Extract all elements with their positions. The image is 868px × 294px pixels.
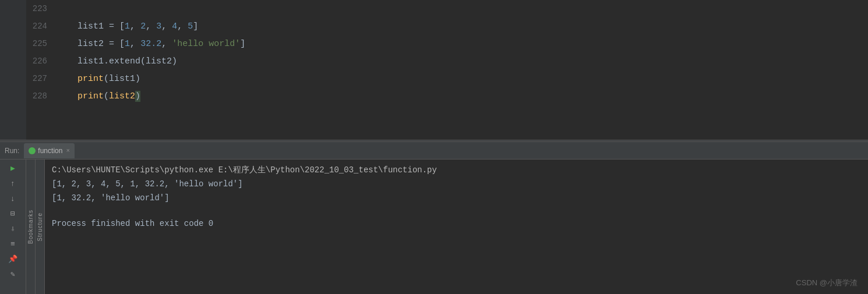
- line-number-227: 227: [26, 70, 57, 87]
- code-line-224: 224 list1 = [1, 2, 3, 4, 5]: [26, 17, 868, 35]
- output-result-line1: [1, 2, 3, 4, 5, 1, 32.2, 'hello world']: [52, 177, 861, 191]
- line-number-223: 223: [26, 0, 57, 17]
- run-tab-label: function: [38, 147, 62, 155]
- run-panel: Run: function × ▶ ↑ ↓ ⊟ ⇩ ≡ 📌 ✎ Bookmark…: [0, 142, 868, 294]
- watermark: CSDN @小唐学渣: [796, 278, 858, 288]
- stop-button[interactable]: ⊟: [6, 207, 19, 220]
- list-button[interactable]: ≡: [6, 238, 19, 250]
- left-button-bar: ▶ ↑ ↓ ⊟ ⇩ ≡ 📌 ✎: [0, 160, 26, 294]
- structure-label: Structure: [37, 212, 43, 242]
- code-line-228: 228 print(list2): [26, 87, 868, 105]
- code-lines: 223 224 list1 = [1, 2, 3, 4, 5] 225 list…: [26, 0, 868, 105]
- line-content-226: list1.extend(list2): [57, 53, 177, 70]
- run-content-row: ▶ ↑ ↓ ⊟ ⇩ ≡ 📌 ✎ Bookmarks Structure C:\U…: [0, 160, 868, 294]
- output-area: C:\Users\HUNTE\Scripts\python.exe E:\程序人…: [45, 160, 868, 294]
- run-tab-close-button[interactable]: ×: [66, 147, 70, 154]
- run-tab-python-icon: [29, 147, 36, 154]
- run-button[interactable]: ▶: [6, 162, 19, 175]
- line-number-225: 225: [26, 35, 57, 52]
- editor-area: 223 224 list1 = [1, 2, 3, 4, 5] 225 list…: [0, 0, 868, 140]
- code-line-225: 225 list2 = [1, 32.2, 'hello world']: [26, 35, 868, 52]
- run-tab[interactable]: function ×: [24, 143, 75, 158]
- line-content-224: list1 = [1, 2, 3, 4, 5]: [57, 18, 198, 36]
- structure-bar: Structure: [36, 160, 45, 294]
- bookmarks-label: Bookmarks: [27, 210, 34, 244]
- run-label: Run:: [5, 147, 19, 155]
- code-line-226: 226 list1.extend(list2): [26, 52, 868, 70]
- line-content-227: print(list1): [57, 70, 140, 88]
- line-number-228: 228: [26, 87, 57, 105]
- code-line-223: 223: [26, 0, 868, 17]
- line-number-224: 224: [26, 17, 57, 35]
- code-panel[interactable]: 223 224 list1 = [1, 2, 3, 4, 5] 225 list…: [26, 0, 868, 105]
- output-empty-line: [52, 205, 861, 217]
- line-number-226: 226: [26, 52, 57, 70]
- line-content-225: list2 = [1, 32.2, 'hello world']: [57, 36, 245, 53]
- editor-left-gutter: [0, 0, 26, 140]
- edit-button[interactable]: ✎: [6, 268, 19, 281]
- run-toolbar: Run: function ×: [0, 142, 868, 160]
- output-command-line: C:\Users\HUNTE\Scripts\python.exe E:\程序人…: [52, 163, 861, 177]
- code-line-227: 227 print(list1): [26, 70, 868, 87]
- pin-button[interactable]: 📌: [6, 253, 19, 265]
- output-process-line: Process finished with exit code 0: [52, 217, 861, 231]
- scroll-down-button[interactable]: ↓: [6, 192, 19, 205]
- editor-wrapper: 223 224 list1 = [1, 2, 3, 4, 5] 225 list…: [26, 0, 868, 140]
- line-content-228: print(list2): [57, 88, 140, 105]
- bookmarks-bar: Bookmarks: [26, 160, 36, 294]
- scroll-up-button[interactable]: ↑: [6, 177, 19, 190]
- download-button[interactable]: ⇩: [6, 222, 19, 235]
- output-result-line2: [1, 32.2, 'hello world']: [52, 191, 861, 205]
